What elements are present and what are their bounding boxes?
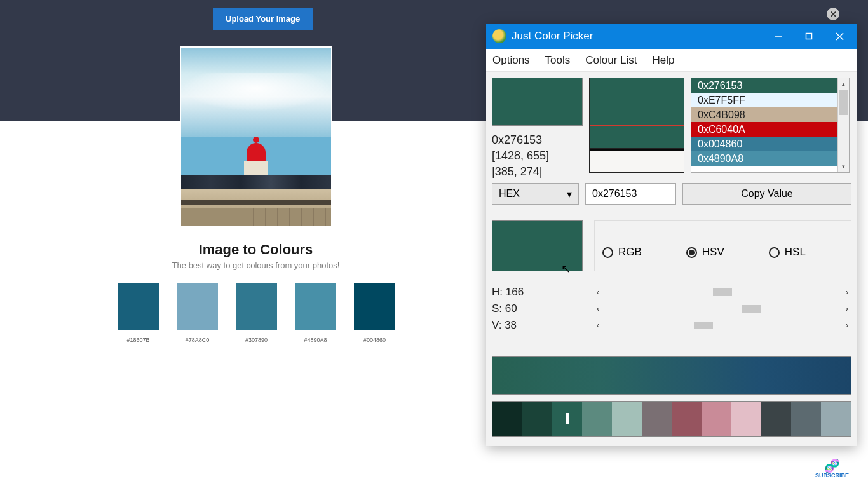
format-select[interactable]: HEX ▾ xyxy=(492,183,579,205)
shade-swatch[interactable] xyxy=(612,402,642,436)
v-label: V: 38 xyxy=(492,319,593,332)
chevron-right-icon[interactable]: › xyxy=(843,321,851,330)
radio-hsv[interactable]: HSV xyxy=(686,246,724,259)
shade-swatch[interactable] xyxy=(492,402,522,436)
close-icon[interactable]: ✕ xyxy=(827,8,839,20)
palette-swatch[interactable] xyxy=(295,283,336,330)
scroll-thumb[interactable] xyxy=(839,90,848,115)
minimize-button[interactable] xyxy=(763,24,794,49)
palette-swatch[interactable] xyxy=(177,283,218,330)
shade-swatch[interactable] xyxy=(672,402,702,436)
radio-rgb-label: RGB xyxy=(618,246,642,259)
palette-swatch[interactable] xyxy=(118,283,159,330)
menubar: Options Tools Colour List Help xyxy=(486,49,857,72)
magnifier-view xyxy=(589,78,684,173)
history-item[interactable]: 0xC6040A xyxy=(691,122,837,137)
svg-rect-1 xyxy=(806,34,812,39)
cursor-icon: ↖ xyxy=(561,262,571,276)
shade-swatch[interactable] xyxy=(821,402,851,436)
palette-label: #004860 xyxy=(363,337,386,343)
current-color-swatch xyxy=(492,78,583,126)
palette-swatch[interactable] xyxy=(236,283,277,330)
shade-swatch[interactable] xyxy=(791,402,821,436)
copy-value-button[interactable]: Copy Value xyxy=(682,183,851,205)
scrollbar[interactable]: ▴ ▾ xyxy=(837,78,849,172)
radio-hsl-label: HSL xyxy=(785,246,806,259)
s-label: S: 60 xyxy=(492,302,593,315)
chevron-left-icon[interactable]: ‹ xyxy=(593,288,602,297)
shade-swatch[interactable] xyxy=(702,402,731,436)
palette-label: #307890 xyxy=(245,337,268,343)
window-title: Just Color Picker xyxy=(512,30,763,43)
palette-label: #4890A8 xyxy=(304,337,327,343)
palette-label: #18607B xyxy=(126,337,149,343)
h-label: H: 166 xyxy=(492,286,593,299)
menu-tools[interactable]: Tools xyxy=(545,54,571,67)
current-hex-text: 0x276153 xyxy=(492,132,549,148)
current-area-text: |385, 274| xyxy=(492,164,549,180)
history-item[interactable]: 0x4890A8 xyxy=(691,151,837,166)
s-slider[interactable]: ‹ › xyxy=(593,304,851,313)
shade-swatch[interactable] xyxy=(642,402,672,436)
current-coords-text: [1428, 655] xyxy=(492,148,549,164)
color-value-input[interactable] xyxy=(585,183,676,205)
app-icon xyxy=(492,29,506,43)
history-item[interactable]: 0xC4B098 xyxy=(691,107,837,122)
shade-swatch[interactable] xyxy=(582,402,612,436)
h-slider[interactable]: ‹ › xyxy=(593,288,851,297)
chevron-left-icon[interactable]: ‹ xyxy=(593,304,602,313)
color-picker-window: Just Color Picker Options Tools Colour L… xyxy=(486,24,857,446)
v-slider[interactable]: ‹ › xyxy=(593,321,851,330)
menu-colour-list[interactable]: Colour List xyxy=(585,54,637,67)
preview-swatch: ↖ xyxy=(492,220,583,271)
history-item[interactable]: 0x276153 xyxy=(691,78,837,93)
titlebar[interactable]: Just Color Picker xyxy=(486,24,857,49)
menu-options[interactable]: Options xyxy=(492,54,530,67)
dna-icon: 🧬 xyxy=(815,459,849,472)
shade-swatch[interactable] xyxy=(522,402,552,436)
shade-row xyxy=(492,401,851,437)
uploaded-image xyxy=(180,46,332,227)
chevron-down-icon: ▾ xyxy=(567,188,572,200)
subscribe-label: SUBSCRIBE xyxy=(815,472,849,478)
format-value: HEX xyxy=(499,188,520,200)
history-item[interactable]: 0x004860 xyxy=(691,137,837,151)
color-history-list: 0x2761530xE7F5FF0xC4B0980xC6040A0x004860… xyxy=(691,78,850,173)
gradient-bar[interactable] xyxy=(492,356,851,395)
chevron-left-icon[interactable]: ‹ xyxy=(593,321,602,330)
menu-help[interactable]: Help xyxy=(653,54,675,67)
shade-swatch[interactable] xyxy=(731,402,761,436)
chevron-right-icon[interactable]: › xyxy=(843,304,851,313)
palette-label: #78A8C0 xyxy=(186,337,210,343)
chevron-right-icon[interactable]: › xyxy=(843,288,851,297)
close-button[interactable] xyxy=(824,24,855,49)
radio-hsl[interactable]: HSL xyxy=(769,246,806,259)
palette-swatch[interactable] xyxy=(354,283,395,330)
radio-rgb[interactable]: RGB xyxy=(602,246,642,259)
upload-button[interactable]: Upload Your Image xyxy=(213,8,313,30)
page-title: Image to Colours xyxy=(0,241,512,258)
scroll-up-icon[interactable]: ▴ xyxy=(838,78,849,90)
maximize-button[interactable] xyxy=(794,24,824,49)
shade-swatch[interactable] xyxy=(761,402,791,436)
history-item[interactable]: 0xE7F5FF xyxy=(691,93,837,107)
palette-row: #18607B#78A8C0#307890#4890A8#004860 xyxy=(118,283,395,343)
shade-swatch[interactable] xyxy=(552,402,582,436)
current-color-info: 0x276153 [1428, 655] |385, 274| xyxy=(492,132,549,180)
subscribe-badge[interactable]: 🧬 SUBSCRIBE xyxy=(815,459,849,478)
radio-hsv-label: HSV xyxy=(702,246,724,259)
scroll-down-icon[interactable]: ▾ xyxy=(838,161,849,172)
page-subtitle: The best way to get colours from your ph… xyxy=(0,261,512,270)
color-model-group: RGB HSV HSL xyxy=(594,220,851,271)
